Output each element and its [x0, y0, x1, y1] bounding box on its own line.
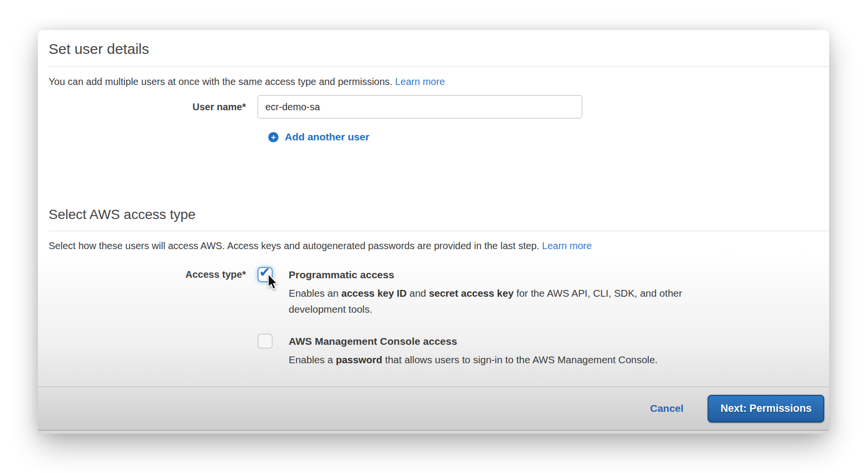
- access-type-label: Access type*: [49, 267, 258, 282]
- option-programmatic-access: Programmatic access Enables an access ke…: [258, 267, 818, 317]
- programmatic-access-label: Programmatic access: [289, 267, 702, 282]
- console-access-description: Enables a password that allows users to …: [289, 352, 658, 368]
- user-details-intro: You can add multiple users at once with …: [49, 75, 818, 88]
- learn-more-link-access-type[interactable]: Learn more: [542, 240, 591, 251]
- add-another-user-row[interactable]: Add another user: [268, 131, 818, 143]
- option-console-body: AWS Management Console access Enables a …: [289, 334, 658, 368]
- option-console-access: AWS Management Console access Enables a …: [258, 334, 818, 368]
- programmatic-access-checkbox[interactable]: [258, 267, 273, 282]
- user-name-input[interactable]: [258, 95, 582, 118]
- page-background: Set user details You can add multiple us…: [0, 0, 868, 473]
- access-type-intro-text: Select how these users will access AWS. …: [49, 240, 542, 251]
- console-access-checkbox[interactable]: [258, 334, 273, 349]
- card-bottom-strip: [38, 430, 829, 434]
- checkmark-icon: [259, 265, 270, 280]
- option-programmatic-body: Programmatic access Enables an access ke…: [289, 267, 702, 317]
- access-type-divider: [49, 231, 829, 231]
- page-title: Set user details: [49, 39, 818, 59]
- plus-circle-icon: [268, 132, 278, 142]
- next-permissions-button[interactable]: Next: Permissions: [708, 395, 824, 422]
- cancel-button[interactable]: Cancel: [650, 403, 684, 414]
- wizard-content: Set user details You can add multiple us…: [38, 30, 829, 387]
- user-name-label: User name*: [49, 95, 258, 118]
- user-name-row: User name*: [49, 95, 818, 118]
- console-access-label: AWS Management Console access: [289, 334, 658, 349]
- access-type-options: Programmatic access Enables an access ke…: [258, 267, 818, 368]
- learn-more-link-user-details[interactable]: Learn more: [395, 76, 445, 87]
- user-details-intro-text: You can add multiple users at once with …: [49, 76, 395, 87]
- programmatic-access-description: Enables an access key ID and secret acce…: [289, 285, 702, 317]
- access-type-section-title: Select AWS access type: [49, 206, 818, 223]
- access-type-intro: Select how these users will access AWS. …: [49, 239, 818, 253]
- add-user-wizard-card: Set user details You can add multiple us…: [38, 30, 829, 434]
- add-another-user-link[interactable]: Add another user: [285, 131, 369, 143]
- title-divider: [49, 67, 829, 67]
- wizard-footer: Cancel Next: Permissions: [38, 387, 829, 430]
- access-type-row: Access type* Programmatic access Enables…: [49, 267, 818, 368]
